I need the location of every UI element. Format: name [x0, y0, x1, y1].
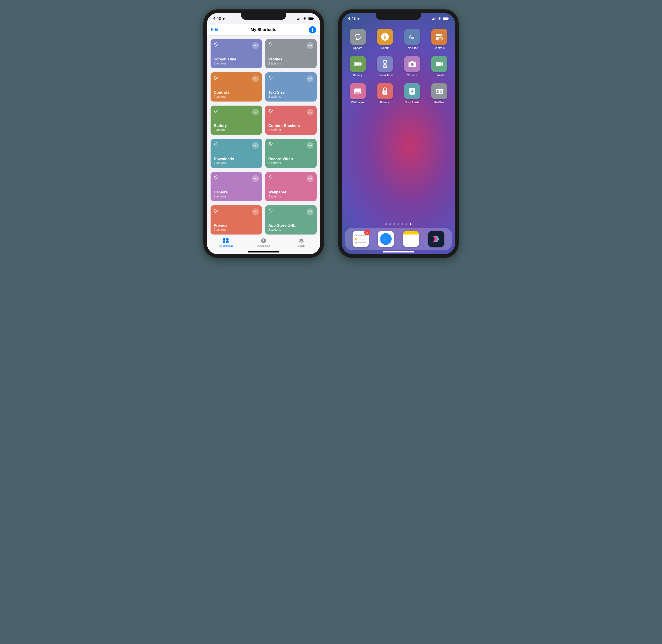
battery-icon: [308, 17, 314, 20]
svg-rect-10: [448, 18, 449, 19]
home-indicator[interactable]: [383, 251, 414, 252]
tab-label: Gallery: [297, 245, 305, 247]
shortcut-name: Text Size: [268, 90, 313, 95]
shortcut-card[interactable]: Controls 2 actions: [211, 72, 262, 101]
idcard-icon: [431, 83, 447, 99]
shortcut-name: Record Video: [268, 157, 313, 161]
more-button[interactable]: [252, 75, 259, 82]
phone-home-screen: 4:43➤ UpdateAboutAaText SizeControlsBatt…: [338, 9, 459, 258]
shortcut-name: App Store URL: [268, 223, 313, 228]
tab-label: Automation: [257, 245, 270, 247]
shortcut-card[interactable]: Battery 2 actions: [211, 106, 262, 135]
dock-notes[interactable]: [403, 231, 419, 247]
app-label: Battery: [353, 73, 362, 77]
more-button[interactable]: [252, 109, 259, 115]
shortcut-card[interactable]: Downloads 2 actions: [211, 139, 262, 168]
add-button[interactable]: [309, 26, 316, 33]
page-dot[interactable]: [385, 223, 387, 225]
svg-point-12: [384, 34, 385, 36]
svg-rect-34: [440, 90, 442, 91]
location-icon: ➤: [357, 17, 360, 21]
page-dot[interactable]: [398, 223, 399, 225]
wand-icon: [268, 109, 274, 115]
app-formats[interactable]: Formats: [427, 56, 451, 77]
more-button[interactable]: [252, 208, 259, 215]
shortcut-card[interactable]: App Store URL 3 actions: [265, 205, 317, 234]
shortcut-actions: 3 actions: [268, 228, 313, 231]
tab-gallery[interactable]: Gallery: [283, 238, 320, 254]
status-time: 4:43: [213, 16, 221, 21]
shortcut-actions: 2 actions: [214, 228, 259, 231]
page-dot[interactable]: [410, 223, 412, 225]
svg-text:a: a: [412, 36, 414, 40]
app-about[interactable]: About: [373, 29, 397, 50]
more-button[interactable]: [252, 175, 259, 182]
more-button[interactable]: [307, 109, 313, 115]
download-icon: [404, 83, 420, 99]
app-profiles[interactable]: Profiles: [427, 83, 451, 104]
shortcut-actions: 2 actions: [214, 194, 259, 198]
app-screen-time[interactable]: Screen Time: [373, 56, 397, 77]
home-indicator[interactable]: [248, 251, 279, 252]
shortcut-card[interactable]: Record Video 2 actions: [265, 139, 317, 168]
svg-rect-35: [440, 91, 442, 92]
page-dot[interactable]: [394, 223, 395, 225]
svg-rect-36: [440, 92, 442, 93]
dock-shortcuts[interactable]: [428, 231, 444, 247]
shortcut-card[interactable]: Camera 2 actions: [211, 172, 262, 201]
battery-icon: [443, 17, 449, 20]
clock-icon: [261, 238, 267, 244]
svg-point-27: [355, 90, 357, 91]
svg-rect-4: [226, 238, 228, 240]
more-button[interactable]: [307, 142, 313, 149]
textsize-icon: Aa: [404, 29, 420, 45]
hourglass-icon: [377, 56, 393, 72]
shortcut-card[interactable]: Content Blockers 2 actions: [265, 106, 317, 135]
app-text-size[interactable]: AaText Size: [400, 29, 424, 50]
shortcut-card[interactable]: Screen Time 2 actions: [211, 39, 262, 68]
svg-point-17: [440, 34, 442, 36]
app-battery[interactable]: Battery: [346, 56, 370, 77]
more-button[interactable]: [307, 42, 313, 49]
more-button[interactable]: [307, 175, 313, 182]
shortcuts-grid: Screen Time 2 actions Profiles 2 actions…: [207, 36, 320, 239]
wand-icon: [268, 175, 274, 181]
phone-shortcuts-app: 4:43➤ Edit My Shortcuts Screen Time 2 ac…: [203, 9, 324, 258]
page-dot[interactable]: [405, 223, 407, 225]
more-button[interactable]: [252, 42, 259, 49]
wand-icon: [214, 208, 220, 214]
svg-rect-21: [361, 63, 361, 65]
svg-rect-22: [355, 63, 359, 65]
tab-my-shortcuts[interactable]: My Shortcuts: [207, 238, 244, 254]
shortcut-card[interactable]: Profiles 2 actions: [265, 39, 317, 68]
page-dot[interactable]: [401, 223, 403, 225]
shortcut-name: Privacy: [214, 223, 259, 228]
more-button[interactable]: [307, 208, 313, 215]
dock-safari[interactable]: [378, 231, 394, 247]
grid-icon: [223, 238, 229, 244]
app-controls[interactable]: Controls: [427, 29, 451, 50]
svg-point-33: [437, 90, 439, 92]
app-label: Formats: [434, 73, 445, 77]
page-dot[interactable]: [390, 223, 391, 225]
shortcut-card[interactable]: Privacy 2 actions: [211, 205, 262, 234]
stack-icon: [298, 238, 305, 244]
app-wallpaper[interactable]: Wallpaper: [346, 83, 370, 104]
shortcut-card[interactable]: Wallpaper 2 actions: [265, 172, 317, 201]
home-grid: UpdateAboutAaText SizeControlsBatteryScr…: [342, 24, 455, 109]
svg-point-24: [411, 63, 414, 66]
wand-icon: [268, 75, 274, 81]
wand-icon: [214, 175, 220, 181]
svg-rect-1: [309, 18, 313, 20]
more-button[interactable]: [307, 75, 313, 82]
more-button[interactable]: [252, 142, 259, 149]
page-indicator[interactable]: [385, 223, 412, 225]
app-update[interactable]: Update: [346, 29, 370, 50]
signal-icon: [297, 17, 301, 20]
shortcut-card[interactable]: Text Size 2 actions: [265, 72, 317, 101]
edit-button[interactable]: Edit: [211, 27, 218, 32]
app-camera[interactable]: Camera: [400, 56, 424, 77]
app-downloads[interactable]: Downloads: [400, 83, 424, 104]
dock-reminders[interactable]: 2: [353, 231, 369, 247]
app-privacy[interactable]: Privacy: [373, 83, 397, 104]
